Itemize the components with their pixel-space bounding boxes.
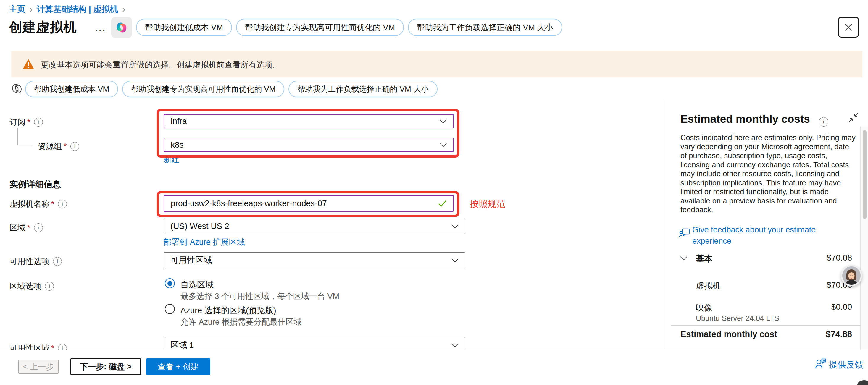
info-icon[interactable]: i (58, 200, 67, 208)
edge-zone-link[interactable]: 部署到 Azure 扩展区域 (164, 237, 245, 248)
tree-connector-vertical (18, 128, 18, 145)
region-label: 区域* i (9, 222, 43, 233)
suggestion-low-cost-vm-button[interactable]: 帮助我创建低成本 VM (136, 19, 232, 36)
cost-item-subtext: Ubuntu Server 24.04 LTS (696, 314, 779, 323)
instance-details-heading: 实例详细信息 (9, 179, 61, 190)
breadcrumb-section-link[interactable]: 计算基础结构 | 虚拟机 (37, 4, 118, 15)
copilot-button[interactable] (111, 17, 132, 38)
zone-radio-self-select[interactable] (165, 278, 175, 288)
create-vm-page: 主页 › 计算基础结构 | 虚拟机 › 创建虚拟机 ... 帮助我创建低成本 V… (0, 0, 868, 385)
info-icon[interactable]: i (819, 117, 828, 127)
assistant-avatar[interactable] (841, 265, 862, 286)
estimate-feedback-link[interactable]: Give feedback about your estimate experi… (692, 224, 846, 247)
cost-item-amount: $70.08 (763, 280, 852, 290)
warning-banner: 更改基本选项可能会重置所做的选择。创建虚拟机前查看所有选项。 (11, 51, 862, 77)
copilot-suggestions-inline: 帮助我创建低成本 VM 帮助我创建专为实现高可用性而优化的 VM 帮助我为工作负… (25, 81, 438, 97)
avatar-image (842, 266, 861, 285)
scrollbar-thumb[interactable] (863, 130, 867, 219)
region-value: (US) West US 2 (170, 222, 229, 231)
warning-text: 更改基本选项可能会重置所做的选择。创建虚拟机前查看所有选项。 (41, 59, 280, 70)
costs-disclaimer: Costs indicated here are estimates only.… (680, 133, 856, 214)
availability-options-dropdown[interactable]: 可用性区域 (164, 252, 465, 268)
breadcrumb-chevron-icon: › (122, 4, 125, 14)
corner-widget-fragment (857, 380, 868, 385)
vm-name-label: 虚拟机名称* i (9, 199, 67, 210)
resource-group-label: 资源组* i (38, 141, 79, 152)
review-create-button[interactable]: 查看 + 创建 (146, 358, 210, 375)
close-button[interactable] (838, 17, 859, 37)
copilot-outline-icon (11, 82, 23, 95)
cost-item-name: 虚拟机 (696, 280, 721, 292)
availability-options-label: 可用性选项 i (9, 256, 62, 267)
cost-item-name: 映像 (696, 302, 712, 314)
tree-connector-horizontal (18, 145, 33, 146)
info-icon[interactable]: i (34, 223, 43, 232)
chevron-down-icon (452, 343, 459, 347)
cost-group-amount: $70.08 (763, 253, 852, 263)
info-icon[interactable]: i (70, 142, 79, 151)
region-dropdown[interactable]: (US) West US 2 (164, 219, 465, 234)
availability-options-value: 可用性区域 (170, 255, 212, 266)
subscription-label: 订阅* i (9, 117, 43, 127)
availability-zone-value: 区域 1 (170, 340, 194, 351)
zone-radio-azure-select[interactable] (165, 304, 175, 314)
breadcrumb-chevron-icon: › (30, 4, 33, 14)
annotation-box-subscription (156, 109, 460, 158)
zone-radio-azure-select-description: 允许 Azure 根据需要分配最佳区域 (181, 317, 302, 327)
chevron-down-icon (452, 258, 459, 262)
suggestion-high-availability-button[interactable]: 帮助我创建专为实现高可用性而优化的 VM (122, 81, 284, 97)
page-title: 创建虚拟机 (9, 18, 77, 36)
suggestion-right-size-button[interactable]: 帮助我为工作负载选择正确的 VM 大小 (408, 19, 562, 36)
costs-total-label: Estimated monthly cost (680, 329, 777, 339)
copilot-icon (115, 21, 128, 34)
warning-icon (23, 58, 34, 70)
suggestion-right-size-button[interactable]: 帮助我为工作负载选择正确的 VM 大小 (288, 81, 437, 97)
info-icon[interactable]: i (34, 118, 43, 127)
info-icon[interactable]: i (45, 282, 54, 291)
info-icon[interactable]: i (53, 257, 62, 266)
suggestion-high-availability-button[interactable]: 帮助我创建专为实现高可用性而优化的 VM (236, 19, 404, 36)
breadcrumb-home-link[interactable]: 主页 (9, 4, 26, 15)
breadcrumb: 主页 › 计算基础结构 | 虚拟机 › (9, 4, 129, 15)
panel-divider (663, 100, 663, 350)
annotation-box-vm-name (156, 191, 460, 217)
zone-radio-azure-select-label: Azure 选择的区域(预览版) (181, 305, 276, 316)
costs-total-amount: $74.88 (763, 329, 852, 339)
chevron-down-icon[interactable] (680, 256, 687, 260)
suggestion-low-cost-vm-button[interactable]: 帮助我创建低成本 VM (25, 81, 118, 97)
zone-radio-self-select-description: 最多选择 3 个可用性区域，每个区域一台 VM (181, 291, 339, 301)
zone-options-label: 区域选项 i (9, 281, 54, 292)
close-icon (844, 23, 853, 32)
provide-feedback-link[interactable]: 提供反馈 (829, 359, 863, 371)
costs-total-divider (671, 325, 861, 326)
feedback-person-icon (814, 357, 827, 370)
costs-panel-title: Estimated monthly costs (680, 113, 810, 125)
next-disks-button[interactable]: 下一步: 磁盘 > (70, 358, 141, 375)
footer-bar: < 上一步 下一步: 磁盘 > 查看 + 创建 提供反馈 (0, 350, 868, 385)
more-options-button[interactable]: ... (95, 23, 106, 33)
zone-radio-self-select-label: 自选区域 (181, 279, 214, 290)
cost-item-amount: $0.00 (763, 302, 852, 312)
scrollbar-track[interactable] (860, 127, 868, 350)
previous-button[interactable]: < 上一步 (18, 360, 59, 374)
feedback-bubbles-icon (679, 228, 690, 241)
cost-group-name: 基本 (696, 253, 712, 264)
collapse-panel-icon[interactable] (848, 113, 859, 122)
annotation-note: 按照规范 (470, 198, 505, 210)
chevron-down-icon (452, 224, 459, 228)
copilot-suggestions-top: 帮助我创建低成本 VM 帮助我创建专为实现高可用性而优化的 VM 帮助我为工作负… (136, 19, 562, 36)
